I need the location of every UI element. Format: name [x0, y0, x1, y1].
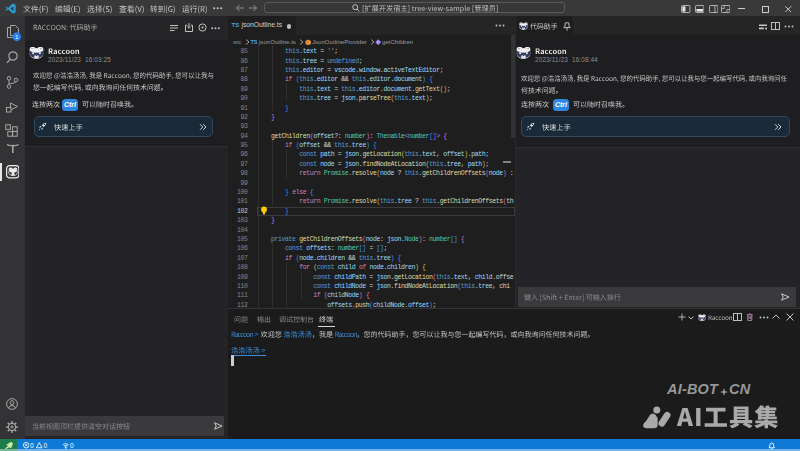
- svg-text:1: 1: [15, 33, 19, 40]
